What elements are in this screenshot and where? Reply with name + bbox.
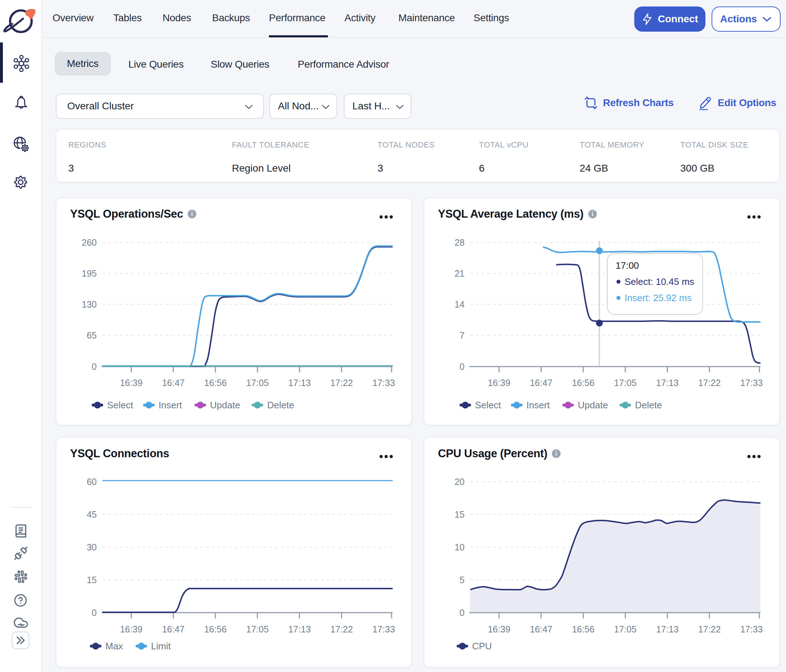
svg-text:0: 0 [92,362,97,371]
svg-text:Delete: Delete [267,400,294,411]
svg-text:16:56: 16:56 [204,378,227,388]
svg-text:Insert: Insert [159,400,182,411]
svg-text:Insert: 25.92 ms: Insert: 25.92 ms [624,293,692,303]
svg-text:16:39: 16:39 [488,378,511,388]
svg-text:16:47: 16:47 [530,624,553,634]
svg-text:17:05: 17:05 [614,378,637,388]
svg-text:28: 28 [454,238,465,247]
svg-text:17:33: 17:33 [740,378,763,388]
svg-text:17:05: 17:05 [246,378,269,388]
svg-text:30: 30 [86,542,97,552]
svg-text:15: 15 [86,575,97,585]
svg-text:16:56: 16:56 [572,624,595,634]
svg-text:260: 260 [82,238,97,247]
svg-text:Limit: Limit [151,641,171,652]
svg-text:7: 7 [459,330,465,340]
svg-text:195: 195 [82,268,97,279]
svg-text:17:22: 17:22 [698,378,721,388]
svg-text:0: 0 [459,362,465,371]
svg-text:17:00: 17:00 [616,260,639,271]
svg-text:Select: Select [475,400,501,411]
svg-text:5: 5 [459,575,465,585]
svg-text:130: 130 [82,299,97,309]
svg-text:14: 14 [454,299,465,309]
svg-text:16:47: 16:47 [530,378,553,388]
svg-text:17:22: 17:22 [330,378,353,388]
svg-text:0: 0 [459,607,465,618]
svg-text:Select: Select [107,400,134,411]
svg-text:45: 45 [86,509,97,519]
svg-text:16:39: 16:39 [488,624,511,634]
svg-text:15: 15 [454,509,465,519]
svg-text:10: 10 [454,542,465,552]
svg-text:16:39: 16:39 [120,378,143,388]
svg-text:16:39: 16:39 [120,624,143,634]
svg-text:17:13: 17:13 [656,624,679,634]
svg-text:17:33: 17:33 [740,624,763,634]
svg-text:65: 65 [86,330,97,340]
svg-text:17:13: 17:13 [288,378,311,388]
svg-text:17:05: 17:05 [246,624,269,634]
svg-text:Insert: Insert [527,400,550,411]
svg-text:17:13: 17:13 [288,624,311,634]
svg-text:60: 60 [86,477,97,487]
svg-text:Update: Update [578,400,608,411]
svg-text:Select: 10.45 ms: Select: 10.45 ms [624,276,694,287]
svg-text:17:13: 17:13 [656,378,679,388]
svg-text:17:22: 17:22 [330,624,353,634]
svg-text:Update: Update [210,400,240,411]
svg-text:0: 0 [92,607,97,618]
svg-text:17:33: 17:33 [373,378,395,388]
svg-text:Max: Max [105,641,123,652]
svg-text:16:47: 16:47 [162,624,185,634]
svg-text:17:05: 17:05 [614,624,637,634]
svg-text:16:47: 16:47 [162,378,185,388]
svg-text:21: 21 [454,268,465,279]
svg-text:17:33: 17:33 [373,624,395,634]
svg-text:20: 20 [454,477,465,487]
svg-text:16:56: 16:56 [204,624,227,634]
svg-text:Delete: Delete [635,400,662,411]
svg-text:16:56: 16:56 [572,378,595,388]
svg-text:17:22: 17:22 [698,624,721,634]
svg-text:CPU: CPU [472,641,492,652]
